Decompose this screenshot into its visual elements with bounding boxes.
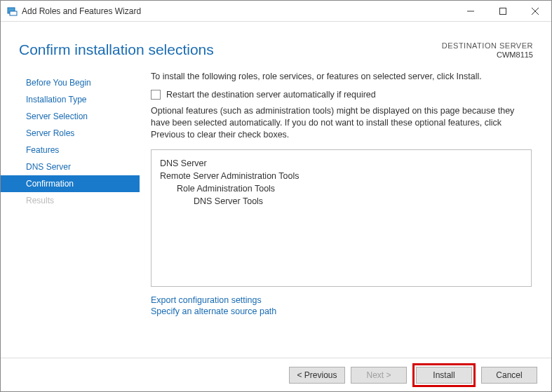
intro-text: To install the following roles, role ser… [151, 72, 532, 81]
wizard-footer: < Previous Next > Install Cancel [1, 358, 551, 391]
restart-checkbox[interactable] [151, 90, 161, 100]
svg-rect-3 [500, 8, 506, 15]
destination-label: DESTINATION SERVER [442, 41, 533, 50]
nav-before-you-begin[interactable]: Before You Begin [1, 74, 140, 91]
window-title: Add Roles and Features Wizard [22, 6, 455, 16]
app-icon [6, 6, 18, 17]
content-area: Before You Begin Installation Type Serve… [1, 67, 551, 355]
page-title: Confirm installation selections [19, 41, 214, 58]
action-links: Export configuration settings Specify an… [151, 295, 532, 316]
feature-item: Remote Server Administration Tools [160, 170, 523, 182]
maximize-button[interactable] [487, 1, 519, 22]
window-titlebar: Add Roles and Features Wizard [1, 1, 551, 22]
nav-results: Results [1, 192, 140, 209]
optional-features-note: Optional features (such as administratio… [151, 105, 532, 141]
svg-rect-1 [10, 11, 17, 15]
nav-server-selection[interactable]: Server Selection [1, 108, 140, 125]
destination-server-info: DESTINATION SERVER CWM8115 [442, 41, 533, 59]
page-header: Confirm installation selections DESTINAT… [1, 22, 551, 67]
cancel-button[interactable]: Cancel [481, 367, 537, 384]
install-highlight: Install [412, 363, 476, 387]
nav-features[interactable]: Features [1, 142, 140, 158]
selected-features-list[interactable]: DNS Server Remote Server Administration … [151, 149, 532, 287]
feature-item: Role Administration Tools [160, 182, 523, 195]
window-controls [455, 1, 551, 21]
nav-server-roles[interactable]: Server Roles [1, 125, 140, 142]
wizard-nav: Before You Begin Installation Type Serve… [1, 67, 140, 355]
specify-source-link[interactable]: Specify an alternate source path [151, 306, 532, 316]
previous-button[interactable]: < Previous [289, 367, 345, 384]
feature-item: DNS Server [160, 157, 523, 170]
nav-installation-type[interactable]: Installation Type [1, 91, 140, 108]
nav-dns-server[interactable]: DNS Server [1, 158, 140, 175]
restart-checkbox-label[interactable]: Restart the destination server automatic… [166, 90, 376, 100]
next-button: Next > [351, 367, 407, 384]
install-button[interactable]: Install [416, 367, 472, 384]
feature-item: DNS Server Tools [160, 195, 523, 208]
minimize-button[interactable] [455, 1, 487, 22]
main-panel: To install the following roles, role ser… [140, 67, 551, 355]
destination-server-name: CWM8115 [442, 50, 533, 59]
close-button[interactable] [519, 1, 551, 22]
restart-checkbox-row: Restart the destination server automatic… [151, 90, 532, 100]
nav-confirmation[interactable]: Confirmation [1, 175, 140, 192]
export-config-link[interactable]: Export configuration settings [151, 295, 532, 305]
